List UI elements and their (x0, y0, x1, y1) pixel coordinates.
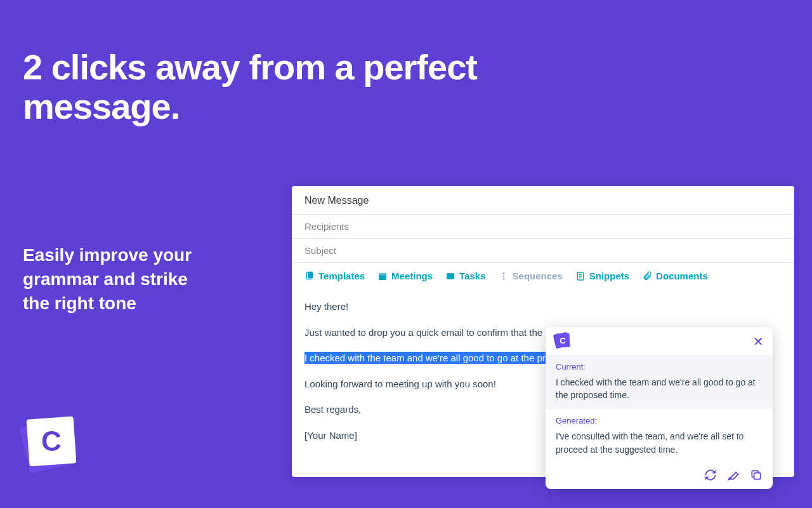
calendar-icon (377, 271, 388, 281)
generated-section: Generated: I've consulted with the team,… (546, 409, 773, 463)
hero-subheadline: Easily improve your grammar and strike t… (0, 243, 235, 315)
sequences-icon (499, 271, 509, 281)
current-label: Current: (556, 361, 763, 373)
tasks-button[interactable]: Tasks (445, 271, 485, 281)
edit-icon[interactable] (727, 469, 740, 481)
svg-rect-1 (308, 271, 313, 278)
svg-point-6 (502, 275, 504, 277)
tasks-icon (445, 271, 455, 281)
compose-title: New Message (292, 186, 794, 214)
meetings-button[interactable]: Meetings (377, 271, 433, 281)
popup-actions (546, 464, 773, 489)
snippets-label: Snippets (589, 271, 629, 281)
brand-logo: C (23, 415, 77, 470)
svg-rect-3 (379, 273, 386, 275)
snippets-button[interactable]: Snippets (575, 271, 629, 281)
tasks-label: Tasks (459, 271, 485, 281)
templates-label: Templates (318, 271, 365, 281)
suggestion-popup: C ✕ Current: I checked with the team and… (546, 327, 773, 489)
documents-label: Documents (656, 271, 708, 281)
snippets-icon (575, 271, 586, 281)
svg-point-7 (502, 278, 504, 280)
copy-icon[interactable] (750, 469, 763, 481)
regenerate-icon[interactable] (704, 469, 717, 481)
svg-point-5 (502, 272, 504, 274)
current-section: Current: I checked with the team and we'… (546, 355, 773, 409)
popup-logo-icon: C (554, 333, 571, 350)
documents-button[interactable]: Documents (642, 271, 708, 281)
compose-toolbar: Templates Meetings Tasks Sequences Snipp… (292, 262, 794, 288)
sequences-label: Sequences (513, 271, 563, 281)
svg-rect-4 (447, 273, 454, 279)
templates-button[interactable]: Templates (304, 271, 365, 281)
paperclip-icon (642, 271, 652, 281)
hero-headline: 2 clicks away from a perfect message. (0, 0, 571, 126)
svg-rect-12 (754, 473, 761, 479)
body-line: Hey there! (304, 298, 782, 316)
templates-icon (304, 271, 315, 281)
subject-field[interactable]: Subject (292, 238, 794, 262)
generated-label: Generated: (556, 415, 763, 427)
close-icon[interactable]: ✕ (753, 335, 764, 348)
sequences-button[interactable]: Sequences (499, 271, 563, 281)
generated-text: I've consulted with the team, and we're … (556, 430, 763, 456)
meetings-label: Meetings (391, 271, 433, 281)
logo-letter: C (41, 425, 62, 457)
recipients-field[interactable]: Recipients (292, 214, 794, 238)
current-text: I checked with the team and we're all go… (556, 376, 763, 402)
